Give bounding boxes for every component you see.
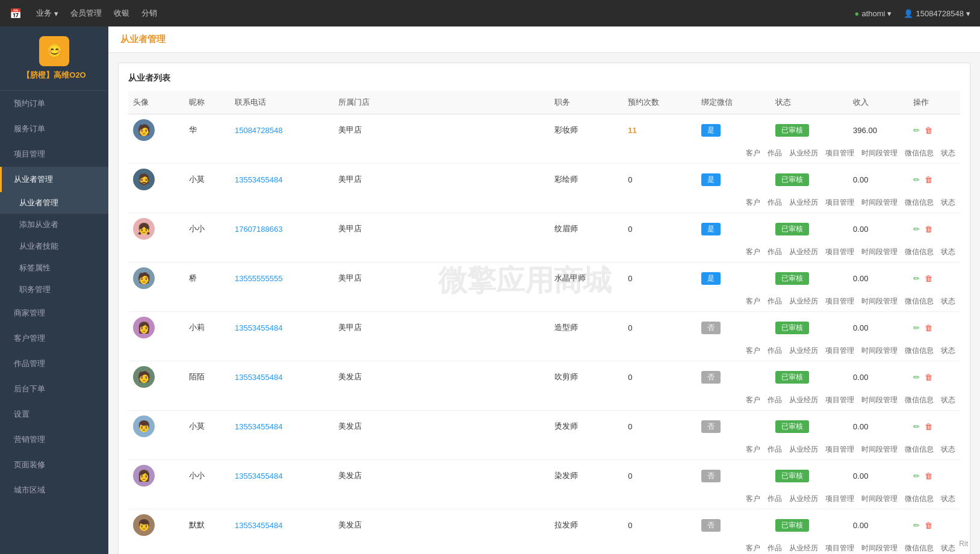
sub-action-状态[interactable]: 状态 [941,543,955,553]
sidebar-item-work-management[interactable]: 作品管理 [0,351,108,376]
sub-action-作品[interactable]: 作品 [768,444,782,455]
sub-action-微信信息[interactable]: 微信信息 [905,148,934,158]
sub-action-时间段管理[interactable]: 时间段管理 [861,247,898,257]
edit-button[interactable]: ✏ [913,472,920,481]
sidebar-item-customer-management[interactable]: 客户管理 [0,326,108,351]
sub-action-项目管理[interactable]: 项目管理 [825,444,854,455]
nav-item-distribution[interactable]: 分销 [141,8,157,19]
sub-action-从业经历[interactable]: 从业经历 [789,494,818,504]
sidebar-item-merchant-management[interactable]: 商家管理 [0,300,108,326]
edit-button[interactable]: ✏ [913,175,920,184]
cell-wechat[interactable]: 否 [696,460,770,492]
edit-button[interactable]: ✏ [913,274,920,283]
sub-action-状态[interactable]: 状态 [941,148,955,158]
edit-button[interactable]: ✏ [913,323,920,332]
nav-item-business[interactable]: 业务 ▾ [36,8,58,19]
cell-wechat[interactable]: 否 [696,312,770,344]
sub-action-时间段管理[interactable]: 时间段管理 [861,395,898,405]
sidebar-sub-staff-management[interactable]: 从业者管理 [0,192,108,214]
sidebar-sub-tag-attributes[interactable]: 标签属性 [0,257,108,279]
sidebar-item-backend-order[interactable]: 后台下单 [0,376,108,402]
delete-button[interactable]: 🗑 [925,323,932,332]
sub-action-从业经历[interactable]: 从业经历 [789,296,818,307]
sub-action-客户[interactable]: 客户 [746,247,760,257]
sub-action-时间段管理[interactable]: 时间段管理 [861,198,898,208]
sub-action-时间段管理[interactable]: 时间段管理 [861,346,898,356]
cell-wechat[interactable]: 是 [696,213,770,245]
cell-wechat[interactable]: 否 [696,411,770,443]
sidebar-sub-role-management[interactable]: 职务管理 [0,279,108,300]
sub-action-从业经历[interactable]: 从业经历 [789,148,818,158]
sub-action-客户[interactable]: 客户 [746,543,760,553]
sub-action-时间段管理[interactable]: 时间段管理 [861,494,898,504]
sidebar-item-service-order[interactable]: 服务订单 [0,116,108,142]
sub-action-微信信息[interactable]: 微信信息 [905,198,934,208]
sub-action-状态[interactable]: 状态 [941,395,955,405]
sidebar-item-settings[interactable]: 设置 [0,402,108,427]
sub-action-项目管理[interactable]: 项目管理 [825,247,854,257]
sidebar-sub-add-staff[interactable]: 添加从业者 [0,214,108,235]
sidebar-item-staff-management[interactable]: 从业者管理 [0,167,108,192]
sub-action-微信信息[interactable]: 微信信息 [905,494,934,504]
sub-action-作品[interactable]: 作品 [768,494,782,504]
user-info[interactable]: ● athomi ▾ [855,9,892,18]
edit-button[interactable]: ✏ [913,422,920,431]
sub-action-状态[interactable]: 状态 [941,247,955,257]
sub-action-客户[interactable]: 客户 [746,346,760,356]
sub-action-项目管理[interactable]: 项目管理 [825,346,854,356]
delete-button[interactable]: 🗑 [925,175,932,184]
phone-info[interactable]: 👤 15084728548 ▾ [904,9,970,18]
sub-action-状态[interactable]: 状态 [941,346,955,356]
sub-action-客户[interactable]: 客户 [746,494,760,504]
nav-item-member[interactable]: 会员管理 [70,8,102,19]
cell-wechat[interactable]: 否 [696,361,770,393]
sub-action-从业经历[interactable]: 从业经历 [789,198,818,208]
sub-action-时间段管理[interactable]: 时间段管理 [861,148,898,158]
sub-action-作品[interactable]: 作品 [768,346,782,356]
delete-button[interactable]: 🗑 [925,225,932,234]
cell-wechat[interactable]: 否 [696,509,770,541]
sub-action-微信信息[interactable]: 微信信息 [905,296,934,307]
sub-action-项目管理[interactable]: 项目管理 [825,395,854,405]
sub-action-时间段管理[interactable]: 时间段管理 [861,444,898,455]
delete-button[interactable]: 🗑 [925,472,932,481]
delete-button[interactable]: 🗑 [925,126,932,135]
sub-action-作品[interactable]: 作品 [768,148,782,158]
sub-action-微信信息[interactable]: 微信信息 [905,247,934,257]
sidebar-item-city-area[interactable]: 城市区域 [0,478,108,503]
sub-action-时间段管理[interactable]: 时间段管理 [861,296,898,307]
edit-button[interactable]: ✏ [913,126,920,135]
delete-button[interactable]: 🗑 [925,521,932,530]
edit-button[interactable]: ✏ [913,521,920,530]
nav-item-cashier[interactable]: 收银 [114,8,129,19]
sub-action-状态[interactable]: 状态 [941,198,955,208]
edit-button[interactable]: ✏ [913,373,920,382]
delete-button[interactable]: 🗑 [925,422,932,431]
cell-wechat[interactable]: 是 [696,164,770,196]
sub-action-项目管理[interactable]: 项目管理 [825,148,854,158]
sub-action-状态[interactable]: 状态 [941,494,955,504]
sub-action-项目管理[interactable]: 项目管理 [825,198,854,208]
sub-action-作品[interactable]: 作品 [768,395,782,405]
sidebar-item-marketing[interactable]: 营销管理 [0,427,108,452]
sub-action-时间段管理[interactable]: 时间段管理 [861,543,898,553]
sub-action-从业经历[interactable]: 从业经历 [789,444,818,455]
sidebar-item-project-management[interactable]: 项目管理 [0,142,108,167]
sub-action-项目管理[interactable]: 项目管理 [825,543,854,553]
sidebar-item-appointment-order[interactable]: 预约订单 [0,91,108,116]
sub-action-作品[interactable]: 作品 [768,198,782,208]
sub-action-从业经历[interactable]: 从业经历 [789,395,818,405]
sidebar-item-page-decoration[interactable]: 页面装修 [0,452,108,478]
sub-action-从业经历[interactable]: 从业经历 [789,543,818,553]
sub-action-作品[interactable]: 作品 [768,296,782,307]
sub-action-从业经历[interactable]: 从业经历 [789,346,818,356]
sub-action-微信信息[interactable]: 微信信息 [905,346,934,356]
sub-action-状态[interactable]: 状态 [941,444,955,455]
sidebar-sub-staff-skills[interactable]: 从业者技能 [0,235,108,257]
sub-action-微信信息[interactable]: 微信信息 [905,543,934,553]
sub-action-从业经历[interactable]: 从业经历 [789,247,818,257]
delete-button[interactable]: 🗑 [925,274,932,283]
sub-action-客户[interactable]: 客户 [746,444,760,455]
sub-action-项目管理[interactable]: 项目管理 [825,494,854,504]
sub-action-微信信息[interactable]: 微信信息 [905,444,934,455]
